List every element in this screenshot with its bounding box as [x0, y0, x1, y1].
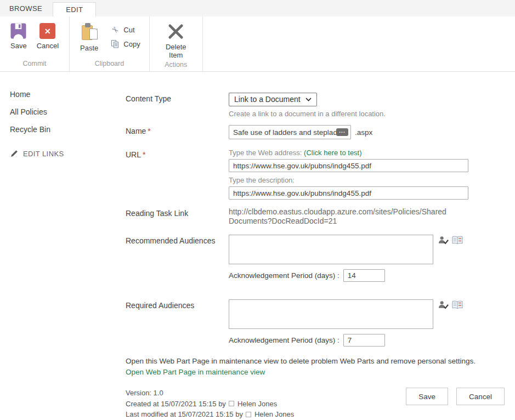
sidebar-item-all-policies[interactable]: All Policies: [10, 107, 126, 116]
paste-button-label: Paste: [80, 44, 98, 53]
chevron-down-icon: [305, 98, 312, 101]
modified-text: Last modified at 15/07/2021 15:15 by: [126, 409, 243, 420]
version-info: Version: 1.0 Created at 15/07/2021 15:15…: [126, 388, 294, 420]
required-audiences-input[interactable]: [229, 299, 433, 329]
save-floppy-icon: [10, 23, 26, 39]
paste-button[interactable]: Paste: [75, 23, 103, 53]
cut-button-label: Cut: [123, 26, 134, 34]
ribbon-group-actions: Delete Item Actions: [150, 16, 203, 71]
browse-address-book-icon[interactable]: [452, 300, 463, 309]
sidebar-item-home[interactable]: Home: [10, 90, 126, 99]
reading-task-link-label: Reading Task Link: [126, 207, 229, 226]
created-text: Created at 15/07/2021 15:15 by: [126, 399, 226, 410]
description-label: Type the description:: [229, 176, 468, 184]
created-by-user[interactable]: Helen Jones: [237, 399, 277, 410]
browse-address-book-icon[interactable]: [452, 236, 463, 245]
name-required-mark: *: [148, 127, 150, 135]
paste-clipboard-icon: [81, 23, 98, 41]
recommended-ack-label: Acknowledgement Period (days) :: [229, 271, 339, 280]
main-area: Home All Policies Recycle Bin EDIT LINKS…: [0, 72, 515, 420]
tab-browse[interactable]: BROWSE: [0, 0, 53, 16]
web-address-input[interactable]: [229, 159, 468, 172]
content-type-value: Link to a Document: [234, 95, 301, 104]
pencil-icon: [10, 150, 18, 158]
maintenance-note: Open this Web Part Page in maintenance v…: [126, 357, 505, 365]
cut-button[interactable]: ✂ Cut: [106, 24, 143, 36]
content-type-label: Content Type: [126, 93, 229, 118]
sidebar-nav: Home All Policies Recycle Bin EDIT LINKS: [0, 72, 126, 420]
url-required-mark: *: [143, 150, 145, 159]
check-names-icon[interactable]: [438, 236, 449, 245]
page: BROWSE EDIT Save ✕ Cancel: [0, 0, 515, 420]
name-ellipsis-button[interactable]: ...: [336, 128, 348, 136]
name-input[interactable]: [229, 125, 351, 139]
required-ack-label: Acknowledgement Period (days) :: [229, 336, 339, 344]
ribbon-group-commit: Save ✕ Cancel Commit: [0, 16, 70, 71]
check-names-icon[interactable]: [438, 300, 449, 309]
ribbon-save-button[interactable]: Save: [5, 23, 32, 50]
tab-edit[interactable]: EDIT: [53, 2, 96, 16]
ribbon: Save ✕ Cancel Commit Paste: [0, 16, 515, 72]
copy-button-label: Copy: [123, 40, 140, 48]
description-input[interactable]: [229, 186, 468, 200]
edit-links-label: EDIT LINKS: [23, 150, 64, 158]
delete-x-icon: [167, 23, 185, 40]
presence-indicator-icon: [229, 401, 234, 406]
ribbon-group-clipboard: Paste ✂ Cut: [70, 16, 150, 71]
click-here-to-test-link[interactable]: (Click here to test): [304, 149, 361, 157]
content-type-help: Create a link to a document in a differe…: [229, 110, 386, 118]
cancel-x-icon: ✕: [39, 23, 55, 39]
delete-item-button[interactable]: Delete Item: [155, 23, 197, 60]
required-audiences-label: Required Audiences: [126, 299, 229, 347]
url-label: URL*: [126, 149, 229, 200]
ribbon-tab-bar: BROWSE EDIT: [0, 0, 515, 16]
recommended-ack-input[interactable]: [343, 269, 385, 282]
maintenance-view-link[interactable]: Open Web Part Page in maintenance view: [126, 368, 505, 376]
name-suffix: .aspx: [355, 128, 372, 137]
ribbon-cancel-button[interactable]: ✕ Cancel: [32, 23, 64, 50]
content-type-select[interactable]: Link to a Document: [229, 93, 317, 106]
required-ack-input[interactable]: [343, 334, 385, 347]
recommended-audiences-input[interactable]: [229, 235, 433, 264]
name-label: Name*: [126, 125, 229, 139]
copy-pages-icon: [111, 39, 120, 48]
cut-scissors-icon: ✂: [110, 25, 121, 36]
modified-by-user[interactable]: Helen Jones: [254, 409, 294, 420]
actions-group-label: Actions: [150, 60, 202, 72]
commit-group-label: Commit: [0, 59, 69, 71]
edit-links-button[interactable]: EDIT LINKS: [10, 150, 126, 158]
clipboard-group-label: Clipboard: [70, 59, 149, 71]
copy-button[interactable]: Copy: [106, 38, 143, 50]
cancel-button[interactable]: Cancel: [456, 388, 505, 405]
save-button[interactable]: Save: [406, 388, 448, 405]
recommended-audiences-label: Recommended Audiences: [126, 235, 229, 282]
delete-item-label: Delete Item: [162, 43, 190, 60]
sidebar-item-recycle-bin[interactable]: Recycle Bin: [10, 125, 126, 134]
presence-indicator-icon: [246, 412, 251, 417]
reading-task-link-value: http://clbdemo.eastus.cloudapp.azure.com…: [229, 207, 461, 226]
version-text: Version: 1.0: [126, 388, 294, 399]
web-address-label: Type the Web address:: [229, 149, 302, 157]
cancel-button-label: Cancel: [37, 42, 59, 50]
form-content: Content Type Link to a Document Create a…: [126, 72, 515, 420]
save-button-label: Save: [10, 42, 27, 50]
